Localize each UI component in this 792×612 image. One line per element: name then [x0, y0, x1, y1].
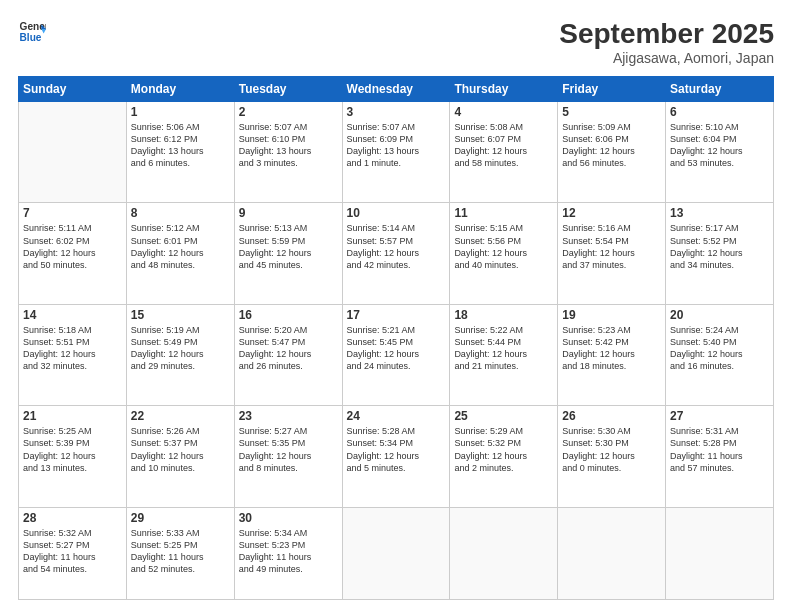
calendar-cell: 18Sunrise: 5:22 AM Sunset: 5:44 PM Dayli… [450, 304, 558, 405]
day-of-week-header: Monday [126, 77, 234, 102]
cell-daylight-info: Sunrise: 5:23 AM Sunset: 5:42 PM Dayligh… [562, 324, 661, 373]
cell-daylight-info: Sunrise: 5:33 AM Sunset: 5:25 PM Dayligh… [131, 527, 230, 576]
calendar-week-row: 21Sunrise: 5:25 AM Sunset: 5:39 PM Dayli… [19, 406, 774, 507]
calendar-week-row: 14Sunrise: 5:18 AM Sunset: 5:51 PM Dayli… [19, 304, 774, 405]
calendar-cell: 3Sunrise: 5:07 AM Sunset: 6:09 PM Daylig… [342, 102, 450, 203]
cell-daylight-info: Sunrise: 5:08 AM Sunset: 6:07 PM Dayligh… [454, 121, 553, 170]
day-of-week-header: Saturday [666, 77, 774, 102]
calendar-cell: 19Sunrise: 5:23 AM Sunset: 5:42 PM Dayli… [558, 304, 666, 405]
calendar-cell: 4Sunrise: 5:08 AM Sunset: 6:07 PM Daylig… [450, 102, 558, 203]
day-number: 10 [347, 206, 446, 220]
calendar-cell [450, 507, 558, 599]
cell-daylight-info: Sunrise: 5:21 AM Sunset: 5:45 PM Dayligh… [347, 324, 446, 373]
day-of-week-header: Tuesday [234, 77, 342, 102]
day-number: 19 [562, 308, 661, 322]
day-number: 15 [131, 308, 230, 322]
cell-daylight-info: Sunrise: 5:27 AM Sunset: 5:35 PM Dayligh… [239, 425, 338, 474]
calendar-cell: 28Sunrise: 5:32 AM Sunset: 5:27 PM Dayli… [19, 507, 127, 599]
day-number: 21 [23, 409, 122, 423]
svg-text:Blue: Blue [20, 32, 42, 43]
calendar-cell: 29Sunrise: 5:33 AM Sunset: 5:25 PM Dayli… [126, 507, 234, 599]
calendar-cell: 25Sunrise: 5:29 AM Sunset: 5:32 PM Dayli… [450, 406, 558, 507]
days-header-row: SundayMondayTuesdayWednesdayThursdayFrid… [19, 77, 774, 102]
cell-daylight-info: Sunrise: 5:15 AM Sunset: 5:56 PM Dayligh… [454, 222, 553, 271]
calendar-cell [558, 507, 666, 599]
day-number: 20 [670, 308, 769, 322]
cell-daylight-info: Sunrise: 5:29 AM Sunset: 5:32 PM Dayligh… [454, 425, 553, 474]
day-number: 14 [23, 308, 122, 322]
calendar-week-row: 1Sunrise: 5:06 AM Sunset: 6:12 PM Daylig… [19, 102, 774, 203]
cell-daylight-info: Sunrise: 5:13 AM Sunset: 5:59 PM Dayligh… [239, 222, 338, 271]
cell-daylight-info: Sunrise: 5:28 AM Sunset: 5:34 PM Dayligh… [347, 425, 446, 474]
day-number: 22 [131, 409, 230, 423]
calendar-cell: 7Sunrise: 5:11 AM Sunset: 6:02 PM Daylig… [19, 203, 127, 304]
calendar-cell: 20Sunrise: 5:24 AM Sunset: 5:40 PM Dayli… [666, 304, 774, 405]
cell-daylight-info: Sunrise: 5:07 AM Sunset: 6:09 PM Dayligh… [347, 121, 446, 170]
day-number: 13 [670, 206, 769, 220]
cell-daylight-info: Sunrise: 5:11 AM Sunset: 6:02 PM Dayligh… [23, 222, 122, 271]
day-number: 6 [670, 105, 769, 119]
day-number: 25 [454, 409, 553, 423]
day-of-week-header: Friday [558, 77, 666, 102]
day-number: 17 [347, 308, 446, 322]
logo-icon: General Blue [18, 18, 46, 46]
cell-daylight-info: Sunrise: 5:32 AM Sunset: 5:27 PM Dayligh… [23, 527, 122, 576]
cell-daylight-info: Sunrise: 5:20 AM Sunset: 5:47 PM Dayligh… [239, 324, 338, 373]
page: General Blue September 2025 Ajigasawa, A… [0, 0, 792, 612]
cell-daylight-info: Sunrise: 5:10 AM Sunset: 6:04 PM Dayligh… [670, 121, 769, 170]
day-number: 3 [347, 105, 446, 119]
logo: General Blue [18, 18, 46, 46]
cell-daylight-info: Sunrise: 5:14 AM Sunset: 5:57 PM Dayligh… [347, 222, 446, 271]
calendar-cell: 11Sunrise: 5:15 AM Sunset: 5:56 PM Dayli… [450, 203, 558, 304]
header: General Blue September 2025 Ajigasawa, A… [18, 18, 774, 66]
day-number: 24 [347, 409, 446, 423]
cell-daylight-info: Sunrise: 5:17 AM Sunset: 5:52 PM Dayligh… [670, 222, 769, 271]
calendar-cell: 5Sunrise: 5:09 AM Sunset: 6:06 PM Daylig… [558, 102, 666, 203]
cell-daylight-info: Sunrise: 5:06 AM Sunset: 6:12 PM Dayligh… [131, 121, 230, 170]
day-number: 16 [239, 308, 338, 322]
day-number: 30 [239, 511, 338, 525]
calendar-cell: 14Sunrise: 5:18 AM Sunset: 5:51 PM Dayli… [19, 304, 127, 405]
day-number: 1 [131, 105, 230, 119]
calendar-cell: 9Sunrise: 5:13 AM Sunset: 5:59 PM Daylig… [234, 203, 342, 304]
calendar-cell: 21Sunrise: 5:25 AM Sunset: 5:39 PM Dayli… [19, 406, 127, 507]
calendar-cell: 13Sunrise: 5:17 AM Sunset: 5:52 PM Dayli… [666, 203, 774, 304]
day-number: 7 [23, 206, 122, 220]
calendar-cell: 23Sunrise: 5:27 AM Sunset: 5:35 PM Dayli… [234, 406, 342, 507]
cell-daylight-info: Sunrise: 5:16 AM Sunset: 5:54 PM Dayligh… [562, 222, 661, 271]
calendar-cell: 30Sunrise: 5:34 AM Sunset: 5:23 PM Dayli… [234, 507, 342, 599]
cell-daylight-info: Sunrise: 5:07 AM Sunset: 6:10 PM Dayligh… [239, 121, 338, 170]
calendar-cell [342, 507, 450, 599]
title-block: September 2025 Ajigasawa, Aomori, Japan [559, 18, 774, 66]
day-number: 11 [454, 206, 553, 220]
day-of-week-header: Wednesday [342, 77, 450, 102]
day-number: 2 [239, 105, 338, 119]
calendar-cell: 16Sunrise: 5:20 AM Sunset: 5:47 PM Dayli… [234, 304, 342, 405]
calendar-cell: 15Sunrise: 5:19 AM Sunset: 5:49 PM Dayli… [126, 304, 234, 405]
calendar-week-row: 7Sunrise: 5:11 AM Sunset: 6:02 PM Daylig… [19, 203, 774, 304]
day-number: 26 [562, 409, 661, 423]
calendar-cell: 10Sunrise: 5:14 AM Sunset: 5:57 PM Dayli… [342, 203, 450, 304]
day-number: 5 [562, 105, 661, 119]
day-of-week-header: Thursday [450, 77, 558, 102]
day-number: 27 [670, 409, 769, 423]
day-number: 28 [23, 511, 122, 525]
cell-daylight-info: Sunrise: 5:31 AM Sunset: 5:28 PM Dayligh… [670, 425, 769, 474]
calendar-cell: 24Sunrise: 5:28 AM Sunset: 5:34 PM Dayli… [342, 406, 450, 507]
day-number: 4 [454, 105, 553, 119]
cell-daylight-info: Sunrise: 5:30 AM Sunset: 5:30 PM Dayligh… [562, 425, 661, 474]
day-number: 23 [239, 409, 338, 423]
day-number: 18 [454, 308, 553, 322]
calendar-cell: 8Sunrise: 5:12 AM Sunset: 6:01 PM Daylig… [126, 203, 234, 304]
cell-daylight-info: Sunrise: 5:18 AM Sunset: 5:51 PM Dayligh… [23, 324, 122, 373]
calendar-cell: 12Sunrise: 5:16 AM Sunset: 5:54 PM Dayli… [558, 203, 666, 304]
calendar-cell: 22Sunrise: 5:26 AM Sunset: 5:37 PM Dayli… [126, 406, 234, 507]
calendar-cell: 27Sunrise: 5:31 AM Sunset: 5:28 PM Dayli… [666, 406, 774, 507]
calendar-title: September 2025 [559, 18, 774, 50]
day-number: 29 [131, 511, 230, 525]
calendar-cell: 1Sunrise: 5:06 AM Sunset: 6:12 PM Daylig… [126, 102, 234, 203]
calendar-cell: 2Sunrise: 5:07 AM Sunset: 6:10 PM Daylig… [234, 102, 342, 203]
day-number: 9 [239, 206, 338, 220]
calendar-cell: 17Sunrise: 5:21 AM Sunset: 5:45 PM Dayli… [342, 304, 450, 405]
cell-daylight-info: Sunrise: 5:24 AM Sunset: 5:40 PM Dayligh… [670, 324, 769, 373]
